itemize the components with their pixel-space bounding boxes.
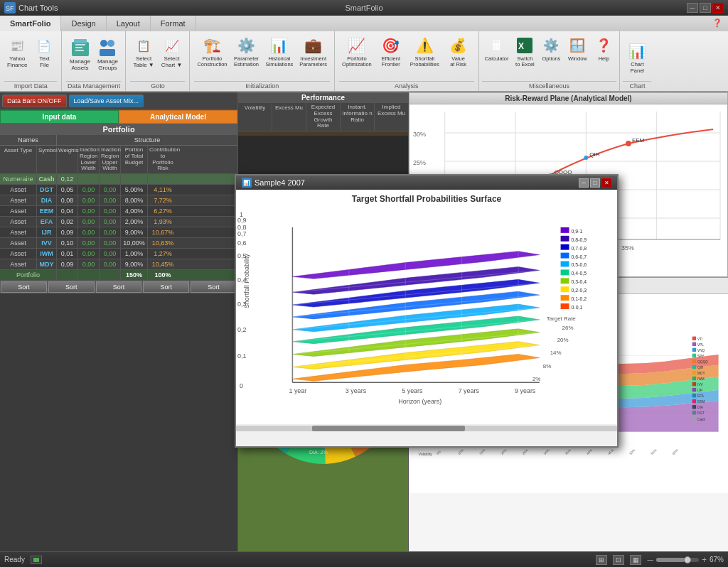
symbol-cell: IVV [37, 238, 57, 248]
svg-text:20%: 20% [500, 448, 507, 455]
svg-text:QIH: QIH [589, 151, 599, 158]
svg-text:0,2: 0,2 [237, 326, 246, 333]
zoom-label: 67% [710, 556, 724, 563]
ribbon-tabs: SmartFolio Design Layout Format ❓ [0, 16, 728, 31]
sort-row: Sort Sort Sort Sort Sort [0, 281, 237, 293]
sort-btn-5[interactable]: Sort [191, 281, 237, 293]
view-normal-btn[interactable]: ⊞ [596, 555, 607, 565]
text-file-btn[interactable]: 📄 TextFile [31, 34, 57, 70]
asset-table: Numeraire Cash 0,12 Asset DGT 0,05 0,00 … [0, 174, 237, 551]
weight-cell: 0,04 [57, 206, 78, 216]
iu-cell: 0,00 [100, 227, 121, 237]
contrib-cell: 1,27% [148, 249, 178, 259]
maximize-btn[interactable]: □ [700, 3, 711, 13]
table-row: Asset IJR 0,09 0,00 0,00 9,00% 10,67% [0, 227, 237, 238]
portfolio-construction-btn[interactable]: 🏗️ PortfolioConstruction [194, 34, 230, 70]
weight-cell: 0,08 [57, 195, 78, 205]
minimize-btn[interactable]: ─ [687, 3, 698, 13]
svg-text:VPL: VPL [697, 343, 704, 347]
manage-assets-btn[interactable]: ManageAssets [67, 34, 93, 73]
svg-text:0: 0 [240, 382, 243, 389]
select-chart-btn[interactable]: 📈 SelectChart ▼ [159, 34, 186, 70]
investment-parameters-btn[interactable]: 💼 InvestmentParameters [296, 34, 330, 70]
group-misc: 🖩 Calculator X Switchto Excel ⚙️ Options… [479, 31, 621, 91]
zoom-slider[interactable] [656, 558, 699, 562]
svg-text:QIH: QIH [697, 366, 703, 369]
calculator-btn[interactable]: 🖩 Calculator [482, 34, 512, 63]
switch-excel-btn[interactable]: X Switchto Excel [512, 34, 537, 70]
efficient-frontier-btn[interactable]: 🎯 EfficientFrontier [375, 34, 407, 70]
zoom-control: ─ + 67% [647, 555, 724, 565]
sort-btn-2[interactable]: Sort [48, 281, 95, 293]
file-icon: 📄 [34, 36, 54, 55]
weight-cell: 0,05 [57, 185, 78, 195]
yahoo-icon: 📰 [7, 36, 27, 55]
historical-simulations-btn[interactable]: 📊 HistoricalSimulations [263, 34, 296, 70]
data-bars-btn[interactable]: Data Bars ON/OFF [2, 94, 67, 107]
tab-layout[interactable]: Layout [107, 16, 151, 31]
load-save-btn[interactable]: Load/Save Asset Mix... [69, 94, 144, 107]
il-cell: 0,00 [78, 195, 100, 205]
svg-text:45%: 45% [607, 448, 614, 455]
il-cell: 0,00 [78, 185, 100, 195]
analytical-header[interactable]: Analytical Model [119, 110, 237, 124]
historical-icon: 📊 [269, 36, 289, 55]
floating-minimize-btn[interactable]: ─ [579, 178, 589, 188]
zoom-out-btn[interactable]: ─ [647, 555, 653, 565]
svg-rect-175 [561, 227, 569, 233]
group-import-data: 📰 YahooFinance 📄 TextFile Import Data [0, 31, 62, 91]
sort-btn-4[interactable]: Sort [143, 281, 189, 293]
svg-text:EEM: EEM [632, 137, 644, 144]
select-table-btn[interactable]: 📋 SelectTable ▼ [130, 34, 156, 70]
table-row: Asset DGT 0,05 0,00 0,00 5,00% 4,11% [0, 185, 237, 195]
contrib-cell: 10,45% [148, 259, 178, 269]
svg-text:35%: 35% [564, 448, 572, 455]
floating-restore-btn[interactable]: □ [590, 178, 600, 188]
window-btn[interactable]: 🪟 Window [564, 34, 590, 63]
svg-text:25%: 25% [522, 448, 529, 455]
svg-rect-101 [692, 382, 696, 386]
svg-rect-105 [692, 394, 696, 397]
manage-groups-btn[interactable]: ManageGroups [95, 34, 121, 73]
il-cell: 0,00 [78, 238, 100, 248]
status-right: ⊞ ⊡ ▦ ─ + 67% [596, 555, 724, 565]
svg-text:0,1-0,2: 0,1-0,2 [571, 296, 587, 301]
svg-rect-97 [692, 371, 696, 374]
view-break-btn[interactable]: ▦ [630, 555, 641, 565]
table-row: Asset IVV 0,10 0,00 0,00 10,00% 10,63% [0, 238, 237, 249]
value-at-risk-btn[interactable]: 💰 Valueat Risk [443, 34, 474, 70]
portfolio-optimization-btn[interactable]: 📈 PortfolioOptimization [339, 34, 375, 70]
surface-chart-title: Target Shortfall Probabilities Surface [236, 190, 617, 205]
svg-rect-6 [75, 50, 84, 51]
view-page-btn[interactable]: ⊡ [613, 555, 624, 565]
svg-rect-103 [692, 388, 696, 392]
il-cell: 0,00 [78, 227, 100, 237]
sort-btn-3[interactable]: Sort [96, 281, 142, 293]
floating-scrollbar[interactable] [236, 426, 617, 431]
help-btn[interactable]: ❓ Help [591, 34, 616, 63]
portfolio-label: Portfolio [0, 270, 57, 280]
tab-design[interactable]: Design [61, 16, 106, 31]
svg-point-8 [107, 40, 114, 47]
svg-rect-3 [74, 39, 87, 43]
svg-text:X: X [518, 41, 524, 51]
zoom-in-btn[interactable]: + [702, 555, 707, 565]
close-btn[interactable]: ✕ [712, 3, 724, 13]
chart-panel-btn[interactable]: 📊 ChartPanel [623, 40, 651, 75]
svg-point-28 [626, 141, 631, 146]
sort-btn-1[interactable]: Sort [1, 281, 47, 293]
parameter-estimation-btn[interactable]: ⚙️ ParameterEstimation [231, 34, 262, 70]
svg-rect-91 [692, 354, 696, 357]
shortfall-probs-btn[interactable]: ⚠️ ShortfallProbabilities [407, 34, 442, 70]
tab-smartfolio[interactable]: SmartFolio [0, 16, 61, 31]
col-inaction-upper: Inaction Region Upper Width [100, 146, 121, 173]
excel-icon: X [515, 36, 535, 55]
yahoo-finance-btn[interactable]: 📰 YahooFinance [4, 34, 30, 70]
input-data-header[interactable]: Input data [0, 110, 119, 124]
floating-close-btn[interactable]: ✕ [601, 178, 611, 188]
help-icon[interactable]: ❓ [707, 16, 728, 31]
iu-cell: 0,00 [100, 217, 121, 227]
options-btn[interactable]: ⚙️ Options [538, 34, 564, 63]
svg-text:0,4-0,5: 0,4-0,5 [571, 271, 587, 276]
tab-format[interactable]: Format [151, 16, 196, 31]
